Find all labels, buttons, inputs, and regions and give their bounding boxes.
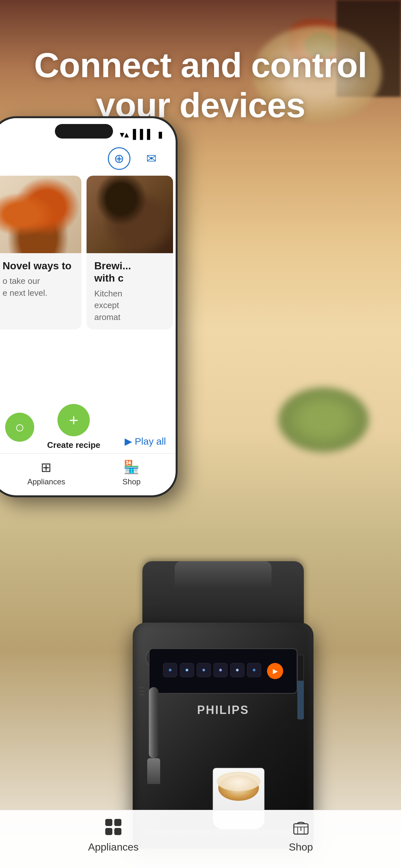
- hero-section: Connect and control your devices: [0, 45, 401, 125]
- display-btn-2[interactable]: [180, 663, 194, 677]
- create-recipe-label: Create recipe: [47, 440, 100, 450]
- water-level: [298, 681, 304, 719]
- display-play-button[interactable]: ▶: [267, 663, 283, 679]
- recipes-icon-placeholder: ○: [5, 413, 34, 442]
- display-grid: ▶: [160, 660, 286, 682]
- machine-brand: PHILIPS: [197, 703, 249, 717]
- bg-green-bowl: [278, 388, 369, 452]
- cards-row: Novel ways to o take oure next level. Br…: [0, 173, 176, 332]
- svg-rect-3: [115, 828, 121, 835]
- create-recipe-button[interactable]: + Create recipe: [47, 404, 100, 450]
- nav-shop-icon: [292, 818, 309, 838]
- nav-shop-label: Shop: [289, 841, 313, 853]
- frother-body: [149, 687, 158, 758]
- battery-icon: ▮: [158, 129, 163, 140]
- appliances-icon: ⊞: [41, 460, 52, 475]
- status-icons: ▾▴ ▌▌▌ ▮: [120, 129, 163, 140]
- card-coffee-body: Brewi...with c Kitchenexceptaromat: [87, 253, 173, 330]
- card-coffee-desc: Kitchenexceptaromat: [94, 288, 165, 323]
- side-lines: [139, 687, 144, 695]
- shop-icon: 🏪: [123, 460, 140, 475]
- add-button[interactable]: ⊕: [108, 147, 130, 170]
- phone-nav-appliances[interactable]: ⊞ Appliances: [27, 460, 65, 486]
- phone-bottom-nav: ⊞ Appliances 🏪 Shop: [0, 454, 176, 495]
- card-coffee[interactable]: Brewi...with c Kitchenexceptaromat: [87, 176, 173, 330]
- frother-nozzle: [147, 758, 160, 784]
- phone-nav-shop[interactable]: 🏪 Shop: [122, 460, 141, 486]
- play-all-button[interactable]: ▶ Play all: [125, 436, 166, 447]
- water-tank: [297, 655, 304, 719]
- svg-rect-1: [115, 819, 121, 826]
- card-coffee-title: Brewi...with c: [94, 259, 165, 284]
- mail-button[interactable]: ✉: [140, 147, 163, 170]
- nav-appliances-icon: [105, 818, 122, 838]
- side-line-3: [139, 694, 144, 695]
- nav-appliances[interactable]: Appliances: [88, 818, 139, 853]
- card-coffee-image: [87, 176, 173, 253]
- nav-shop[interactable]: Shop: [289, 818, 313, 853]
- dynamic-island: [55, 124, 113, 138]
- card-squash-title: Novel ways to: [3, 259, 73, 272]
- signal-icon: ▌▌▌: [133, 129, 154, 140]
- display-btn-4[interactable]: [213, 663, 227, 677]
- display-btn-3[interactable]: [197, 663, 211, 677]
- side-line-2: [139, 691, 144, 692]
- phone-screen: 9:41 ▾▴ ▌▌▌ ▮ ⊕ ✉ Novel ways to: [0, 118, 176, 495]
- display-btn-5[interactable]: [230, 663, 244, 677]
- card-squash-image: [0, 176, 81, 253]
- machine-top: [143, 561, 304, 626]
- wifi-icon: ▾▴: [120, 129, 129, 140]
- app-bottom-nav: Appliances Shop: [0, 810, 401, 868]
- machine-logo-area: PHILIPS: [197, 703, 249, 717]
- card-squash[interactable]: Novel ways to o take oure next level.: [0, 176, 81, 330]
- nav-appliances-label: Appliances: [88, 841, 139, 853]
- shop-label: Shop: [122, 477, 141, 486]
- appliances-label: Appliances: [27, 477, 65, 486]
- milk-frother: [146, 687, 172, 784]
- phone-header: ⊕ ✉: [0, 144, 176, 173]
- phone-mockup: 9:41 ▾▴ ▌▌▌ ▮ ⊕ ✉ Novel ways to: [0, 116, 178, 497]
- svg-rect-0: [105, 819, 112, 826]
- display-btn-6[interactable]: [247, 663, 261, 677]
- machine-top-cap: [175, 561, 272, 587]
- card-squash-body: Novel ways to o take oure next level.: [0, 253, 81, 305]
- display-btn-1[interactable]: [163, 663, 177, 677]
- card-squash-desc: o take oure next level.: [3, 275, 73, 299]
- cup-foam: [217, 772, 260, 791]
- hero-title: Connect and control your devices: [26, 45, 375, 125]
- machine-display: ▶: [149, 648, 297, 693]
- side-line-1: [139, 687, 144, 688]
- svg-rect-2: [105, 828, 112, 835]
- create-recipe-circle: +: [58, 404, 90, 436]
